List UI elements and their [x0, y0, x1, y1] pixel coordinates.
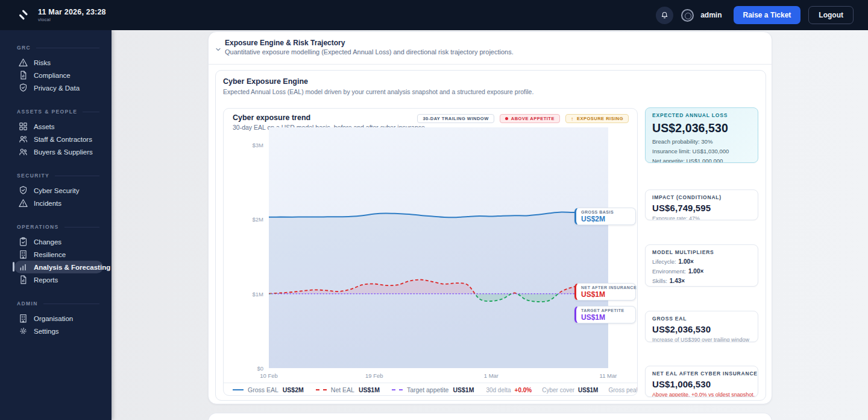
sidebar-item-label: Privacy & Data: [34, 84, 80, 92]
logout-button[interactable]: Logout: [808, 6, 854, 24]
stat-30d-delta: 30d delta+0.0%: [486, 387, 532, 393]
section-subtitle: Quantitative exposure modelling (Expecte…: [225, 48, 514, 56]
brand: 11 Mar 2026, 23:28 vlocal: [17, 8, 106, 22]
multiplier-row: Lifecycle:1.00×: [652, 258, 751, 265]
metric-card-line: Increase of US$390 over trailing window: [652, 337, 751, 342]
sidebar-item-cyber-security[interactable]: Cyber Security: [14, 184, 103, 197]
x-tick-label: 11 Mar: [590, 372, 626, 379]
sidebar-section-security: SECURITYCyber SecurityIncidents: [0, 158, 112, 209]
sidebar-item-analysis-forecasting[interactable]: Analysis & Forecasting: [14, 261, 103, 273]
sidebar-section-header: OPERATIONS: [17, 223, 99, 231]
sidebar-section-operations: OPERATIONSChangesResilienceAnalysis & Fo…: [0, 209, 112, 286]
sidebar-item-reports[interactable]: Reports: [14, 273, 103, 286]
sidebar-item-label: Compliance: [34, 72, 71, 79]
sidebar-section-header: GRC: [17, 44, 99, 51]
metric-card-line: Above appetite. +0.0% vs oldest snapshot…: [652, 392, 751, 397]
section-divider-line: [55, 176, 99, 176]
sidebar-section-header: SECURITY: [17, 172, 99, 179]
sidebar-item-compliance[interactable]: Compliance: [14, 69, 103, 81]
clock-date: 11 Mar 2026, 23:28: [38, 8, 106, 16]
stat-label: Gross peak: [608, 387, 638, 393]
warning-triangle-icon: [18, 57, 28, 68]
sidebar-item-label: Changes: [34, 238, 61, 246]
sidebar-item-organisation[interactable]: Organisation: [14, 312, 103, 325]
metric-card-line: Exposure rate: 47%: [652, 215, 751, 220]
chart-status-badges: 30-DAY TRAILING WINDOWABOVE APPETITE↑EXP…: [417, 114, 629, 123]
metric-card-value: US$2,036,530: [652, 324, 751, 334]
metric-card-label: MODEL MULTIPLIERS: [652, 249, 751, 255]
user-avatar[interactable]: [681, 9, 694, 22]
section-title: Exposure Engine & Risk Trajectory: [225, 39, 345, 47]
sidebar-item-changes[interactable]: Changes: [14, 235, 103, 248]
sidebar-item-label: Reports: [34, 276, 58, 284]
bar-chart-icon: [18, 262, 28, 272]
sidebar-section-assets-people: ASSETS & PEOPLEAssetsStaff & Contractors…: [0, 94, 112, 158]
sidebar-item-label: Incidents: [34, 200, 61, 207]
sidebar-item-incidents[interactable]: Incidents: [14, 197, 103, 209]
sidebar-item-label: Cyber Security: [34, 187, 79, 194]
callout-value: US$1M: [581, 290, 631, 299]
metric-card-value: US$2,036,530: [652, 121, 751, 135]
raise-ticket-button[interactable]: Raise a Ticket: [734, 6, 801, 24]
sidebar-item-resilience[interactable]: Resilience: [14, 248, 103, 261]
sidebar-item-risks[interactable]: Risks: [14, 56, 103, 69]
metric-card-net-eal-after-cyber-insurance: NET EAL AFTER CYBER INSURANCEUS$1,006,53…: [645, 366, 758, 397]
sidebar-item-label: Analysis & Forecasting: [34, 264, 110, 271]
sidebar-item-label: Resilience: [34, 251, 66, 258]
metric-card-line: Breach probability: 30%: [652, 138, 751, 145]
engine-card-title: Cyber Exposure Engine: [223, 77, 308, 86]
sidebar-item-assets[interactable]: Assets: [14, 120, 103, 133]
sidebar-section-admin: ADMINOrganisationSettings: [0, 286, 112, 337]
y-tick-label: $2M: [232, 216, 263, 223]
chart-stats: 30d delta+0.0%Cyber coverUS$1MGross peak…: [486, 387, 638, 393]
legend-label: Gross EAL: [248, 386, 278, 393]
bell-icon: [660, 11, 669, 20]
notifications-button[interactable]: [656, 7, 673, 24]
boxes-icon: [18, 121, 28, 132]
callout-value: US$1M: [581, 313, 631, 322]
multiplier-key: Skills:: [652, 278, 667, 284]
sidebar: GRCRisksCompliancePrivacy & DataASSETS &…: [0, 30, 112, 420]
divider: [209, 64, 772, 65]
callout-target-appetite: TARGET APPETITEUS$1M: [574, 306, 636, 323]
people-two-icon: [18, 147, 28, 157]
engine-card-subtitle: Expected Annual Loss (EAL) model driven …: [223, 88, 533, 95]
stat-label: 30d delta: [486, 387, 511, 393]
sidebar-section-label: SECURITY: [17, 173, 49, 179]
metric-card-label: IMPACT (CONDITIONAL): [652, 194, 751, 200]
metric-card-expected-annual-loss: EXPECTED ANNUAL LOSSUS$2,036,530Breach p…: [645, 107, 758, 163]
badge-label: ABOVE APPETITE: [511, 116, 555, 121]
section-divider-line: [43, 304, 99, 304]
section-panel-exposure-engine: Exposure Engine & Risk Trajectory Quanti…: [208, 31, 772, 404]
sidebar-item-privacy-data[interactable]: Privacy & Data: [14, 81, 103, 94]
metric-card-model-multipliers: MODEL MULTIPLIERSLifecycle:1.00×Environm…: [645, 244, 758, 287]
badge-label: 30-DAY TRAILING WINDOW: [423, 116, 488, 121]
sidebar-section-label: ADMIN: [17, 301, 38, 307]
sidebar-item-buyers-suppliers[interactable]: Buyers & Suppliers: [14, 145, 103, 158]
y-tick-label: $1M: [232, 291, 263, 298]
metric-cards-column: EXPECTED ANNUAL LOSSUS$2,036,530Breach p…: [645, 107, 758, 397]
x-tick-label: 1 Mar: [473, 372, 509, 379]
collapse-chevron-down-icon[interactable]: [215, 46, 222, 53]
section-divider-line: [83, 112, 99, 112]
multiplier-value: 1.00×: [679, 258, 694, 265]
active-indicator: [13, 262, 14, 272]
sidebar-item-label: Buyers & Suppliers: [34, 148, 93, 156]
legend-label: Net EAL: [331, 386, 354, 393]
next-section-panel: [208, 413, 772, 420]
sidebar-item-settings[interactable]: Settings: [14, 325, 103, 337]
section-divider-line: [36, 48, 99, 48]
sidebar-section-header: ASSETS & PEOPLE: [17, 108, 99, 115]
building-icon: [18, 249, 28, 259]
callout-value: US$2M: [581, 215, 631, 223]
callout-label: TARGET APPETITE: [581, 308, 631, 313]
sidebar-item-label: Staff & Contractors: [34, 136, 92, 143]
sidebar-item-staff-contractors[interactable]: Staff & Contractors: [14, 133, 103, 145]
people-three-icon: [18, 134, 28, 144]
dashed-purple-swatch-icon: [392, 389, 403, 390]
stat-value: US$1M: [578, 387, 598, 393]
sidebar-section-label: OPERATIONS: [17, 224, 59, 230]
callout-label: NET AFTER INSURANCE: [581, 285, 631, 290]
legend-items: Gross EALUS$2MNet EALUS$1MTarget appetit…: [233, 386, 474, 393]
clipboard-check-icon: [18, 237, 28, 247]
